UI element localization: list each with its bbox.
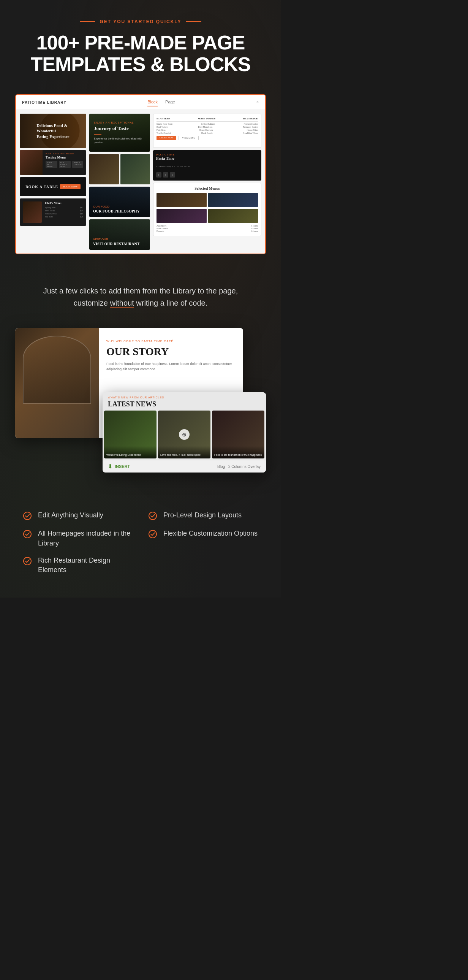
template-card-visit[interactable]: VISIT OUR VISIT OUR RESTAURANT xyxy=(89,220,150,250)
sm-item-3-count: 6 items xyxy=(251,230,258,232)
visit-label: VISIT OUR xyxy=(93,238,146,241)
lib-col-mid: ENJOY AN EXCEPTIONAL Journey of Taste Ex… xyxy=(89,114,150,250)
col-starters: STARTERS xyxy=(157,117,170,120)
feature-item-1: Edit Anything Visually xyxy=(23,511,133,521)
svg-point-4 xyxy=(24,557,31,565)
badge-line-right xyxy=(186,21,201,22)
check-icon-2 xyxy=(148,511,158,521)
menu-badges: VIEW FULL MENU OUR CHEF'S NOTE SAVE A CO… xyxy=(46,161,83,168)
template-card-book-table[interactable]: BOOK A TABLE BOOK NOW xyxy=(20,177,86,196)
row4-col2: Duck Confit xyxy=(201,132,213,134)
news-img-2[interactable]: ⊕ Love and food. It is all about spice xyxy=(158,410,211,458)
journey-divider xyxy=(94,134,102,135)
preview-card-latest-news: WHAT'S NEW FROM OUR ARTICLES LATEST NEWS… xyxy=(103,392,266,473)
template-card-philosophy[interactable]: OUR FOOD OUR FOOD PHILOSOPHY xyxy=(89,187,150,217)
menu-content: NEW TASTING MENU Tasting Menu VIEW FULL … xyxy=(43,150,86,175)
menu-title: Tasting Menu xyxy=(46,156,83,159)
check-icon-1 xyxy=(23,511,33,521)
feature-text-1: Edit Anything Visually xyxy=(38,511,103,520)
social-fb[interactable]: f xyxy=(156,172,162,178)
badge-line: GET YOU STARTED QUICKLY xyxy=(15,19,266,24)
sm-item-1: Appetizers5 items xyxy=(157,225,258,227)
template-card-selected-menus[interactable]: Selected Menus Appetizers5 items xyxy=(153,183,261,236)
tab-page[interactable]: Page xyxy=(165,98,175,107)
news-caption-1: Wonderful Eating Experience xyxy=(104,446,157,458)
template-card-journey-hero[interactable]: ENJOY AN EXCEPTIONAL Journey of Taste Ex… xyxy=(89,114,150,152)
selected-menus-list: Appetizers5 items Main Course8 items Des… xyxy=(157,225,258,232)
features-grid: Edit Anything Visually Pro-Level Design … xyxy=(23,511,258,575)
insert-button[interactable]: ⬇ INSERT xyxy=(108,463,130,469)
news-img-3: Food is the foundation of true happiness xyxy=(212,410,264,458)
badge-text: GET YOU STARTED QUICKLY xyxy=(100,19,181,24)
philosophy-title: OUR FOOD PHILOSOPHY xyxy=(93,209,146,213)
feature-text-3: All Homepages included in the Library xyxy=(38,529,133,548)
preview-story-image xyxy=(15,328,99,438)
menu-table-row-1: Single Pour Soup Grilled Salmon Pineappl… xyxy=(157,123,258,125)
news-small-label: WHAT'S NEW FROM OUR ARTICLES xyxy=(108,396,260,399)
library-body: Delicious Food &WonderfulEating Experien… xyxy=(16,110,265,253)
insert-label: INSERT xyxy=(115,464,130,469)
zoom-icon[interactable]: ⊕ xyxy=(179,429,190,440)
feature-item-2: Pro-Level Design Layouts xyxy=(148,511,258,521)
menu-item-4: Sea Bass$28 xyxy=(45,216,83,218)
content: GET YOU STARTED QUICKLY 100+ PRE-MADE PA… xyxy=(0,0,281,598)
selected-menus-grid xyxy=(157,193,258,223)
social-ig[interactable]: i xyxy=(170,172,175,178)
btn-order[interactable]: ORDER NOW xyxy=(157,136,176,140)
template-card-food-hero[interactable]: Delicious Food &WonderfulEating Experien… xyxy=(20,114,86,148)
template-card-menu-list[interactable]: Chef's Menu Spring Roll$12 Beef Steak$24… xyxy=(20,199,86,226)
badge-chef-note: OUR CHEF'S NOTE xyxy=(59,161,71,168)
badge-view-menu: VIEW FULL MENU xyxy=(46,161,57,168)
menu-label: NEW TASTING MENU xyxy=(46,153,83,155)
menu-list-title: Chef's Menu xyxy=(45,202,83,205)
row2-col2: Beef Medallion xyxy=(198,126,213,128)
btn-view-menu[interactable]: VIEW MENU xyxy=(179,136,199,140)
desc-customize: customize without writing a line of code… xyxy=(74,299,208,307)
desc-underline: without xyxy=(110,299,134,307)
svg-point-1 xyxy=(149,512,157,520)
library-header: PATIOTIME LIBRARY Block Page × xyxy=(16,95,265,110)
row2-col1: Beef Tartare xyxy=(157,126,168,128)
template-card-pasta-time[interactable]: PASTA TIME Pasta Time 123 Food Street, N… xyxy=(153,150,261,181)
book-table-btn[interactable]: BOOK NOW xyxy=(60,184,81,189)
section-description: Just a few clicks to add them from the L… xyxy=(0,266,281,324)
page-wrapper: GET YOU STARTED QUICKLY 100+ PRE-MADE PA… xyxy=(0,0,281,598)
svg-point-0 xyxy=(24,512,31,520)
pasta-address: 123 Food Street, NY xyxy=(156,165,175,168)
preview-wrapper: WHY WELCOME TO PASTA TIME CAFÉ OUR STORY… xyxy=(15,328,266,473)
pasta-subtitle: PASTA TIME xyxy=(156,153,258,156)
row3-col2: Roast Chicken xyxy=(200,129,213,131)
menu-table-row-2: Beef Tartare Beef Medallion Premium Scot… xyxy=(157,126,258,128)
story-img-arch xyxy=(23,336,91,404)
preview-front-header: WHAT'S NEW FROM OUR ARTICLES LATEST NEWS xyxy=(103,392,266,410)
close-icon[interactable]: × xyxy=(256,99,259,105)
template-card-img-grid[interactable] xyxy=(89,154,150,185)
row1-col1: Single Pour Soup xyxy=(157,123,173,125)
journey-label: ENJOY AN EXCEPTIONAL xyxy=(94,121,146,124)
template-card-menu-table[interactable]: STARTERS MAIN DISHES BEVERAGE Single Pou… xyxy=(153,114,261,148)
sm-item-2: Main Course8 items xyxy=(157,228,258,230)
template-card-tasting-menu[interactable]: NEW TASTING MENU Tasting Menu VIEW FULL … xyxy=(20,150,86,175)
check-icon-4 xyxy=(148,530,158,539)
library-container: PATIOTIME LIBRARY Block Page × Delicious… xyxy=(15,94,266,254)
menu-list-img xyxy=(23,202,42,223)
news-caption-3: Food is the foundation of true happiness xyxy=(212,446,264,458)
menu-item-3: Pasta Special$18 xyxy=(45,213,83,215)
journey-desc: Experience the finest cuisine crafted wi… xyxy=(94,137,146,145)
row4-col1: Truffle Crostini xyxy=(157,132,171,134)
library-logo: PATIOTIME LIBRARY xyxy=(22,100,67,105)
row1-col2: Grilled Salmon xyxy=(201,123,215,125)
tab-block[interactable]: Block xyxy=(148,98,158,107)
badge-coupon: SAVE A COUPON xyxy=(72,161,83,168)
feature-item-5: Rich Restaurant Design Elements xyxy=(23,556,133,575)
library-tabs[interactable]: Block Page xyxy=(148,98,175,107)
main-title: 100+ PRE-MADE PAGE TEMPLATES & BLOCKS xyxy=(15,32,266,75)
social-tw[interactable]: t xyxy=(163,172,168,178)
sm-item-1-count: 5 items xyxy=(251,225,258,227)
visit-title: VISIT OUR RESTAURANT xyxy=(93,242,146,246)
menu-item-1: Spring Roll$12 xyxy=(45,207,83,209)
feature-text-5: Rich Restaurant Design Elements xyxy=(38,556,133,575)
sm-img-4 xyxy=(208,209,258,223)
pasta-info: 123 Food Street, NY +1 234 567 890 xyxy=(156,165,258,168)
feature-text-4: Flexible Customization Options xyxy=(163,529,257,538)
